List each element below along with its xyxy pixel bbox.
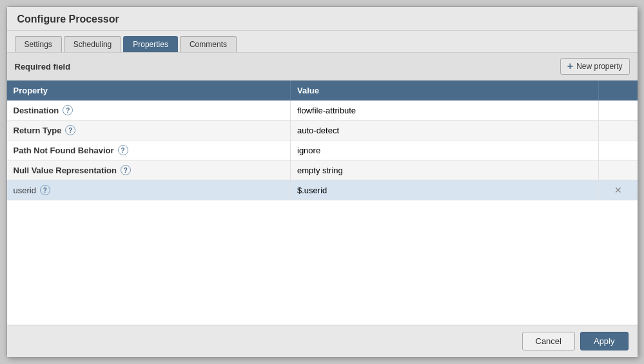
property-name: userid — [14, 186, 36, 195]
delete-cell: ✕ — [599, 180, 638, 200]
configure-processor-dialog: Configure Processor Settings Scheduling … — [6, 6, 638, 358]
value-cell[interactable]: auto-detect — [291, 120, 599, 140]
delete-cell — [599, 140, 638, 160]
property-name: Null Value Representation — [14, 166, 117, 175]
delete-cell — [599, 101, 638, 120]
property-cell: userid ? — [7, 180, 291, 200]
required-field-label: Required field — [15, 62, 71, 72]
property-cell: Return Type ? — [7, 120, 291, 140]
table-body: Destination ? flowfile-attribute Return … — [7, 101, 638, 200]
cancel-button[interactable]: Cancel — [522, 332, 575, 350]
property-name: Path Not Found Behavior — [14, 146, 114, 155]
tab-comments[interactable]: Comments — [180, 36, 237, 52]
property-name: Destination — [14, 106, 59, 115]
tab-properties[interactable]: Properties — [123, 36, 178, 52]
value-header: Value — [291, 81, 599, 101]
table-row: Path Not Found Behavior ? ignore — [7, 140, 638, 160]
action-header — [599, 81, 638, 101]
help-icon-return-type[interactable]: ? — [65, 125, 75, 135]
property-header: Property — [7, 81, 291, 101]
tab-settings[interactable]: Settings — [15, 36, 62, 52]
table-row: userid ? $.userid ✕ — [7, 180, 638, 200]
help-icon-null-value[interactable]: ? — [121, 165, 131, 175]
delete-cell — [599, 160, 638, 180]
dialog-footer: Cancel Apply — [7, 325, 638, 357]
plus-icon: + — [567, 61, 573, 72]
help-icon-userid[interactable]: ? — [40, 185, 50, 195]
dialog-title: Configure Processor — [7, 7, 638, 31]
table-row: Return Type ? auto-detect — [7, 120, 638, 140]
value-cell[interactable]: $.userid — [291, 180, 599, 200]
table-header-row: Property Value — [7, 81, 638, 101]
property-cell: Destination ? — [7, 101, 291, 120]
tabs-bar: Settings Scheduling Properties Comments — [7, 31, 638, 53]
empty-area — [7, 200, 638, 325]
value-cell[interactable]: empty string — [291, 160, 599, 180]
value-cell[interactable]: flowfile-attribute — [291, 101, 599, 120]
table-row: Null Value Representation ? empty string — [7, 160, 638, 180]
table-row: Destination ? flowfile-attribute — [7, 101, 638, 120]
delete-cell — [599, 120, 638, 140]
property-name: Return Type — [14, 126, 62, 135]
required-bar: Required field + New property — [7, 53, 638, 81]
properties-table-container: Property Value Destination ? flowfi — [7, 81, 638, 325]
apply-button[interactable]: Apply — [580, 332, 629, 350]
dialog-body: Required field + New property Property V… — [7, 53, 638, 325]
tab-scheduling[interactable]: Scheduling — [64, 36, 121, 52]
properties-table: Property Value Destination ? flowfi — [7, 81, 638, 200]
new-property-label: New property — [576, 62, 622, 71]
property-cell: Null Value Representation ? — [7, 160, 291, 180]
new-property-button[interactable]: + New property — [560, 58, 630, 75]
property-cell: Path Not Found Behavior ? — [7, 140, 291, 160]
delete-icon[interactable]: ✕ — [614, 185, 622, 195]
help-icon-path-not-found[interactable]: ? — [118, 145, 128, 155]
help-icon-destination[interactable]: ? — [63, 105, 73, 115]
value-cell[interactable]: ignore — [291, 140, 599, 160]
